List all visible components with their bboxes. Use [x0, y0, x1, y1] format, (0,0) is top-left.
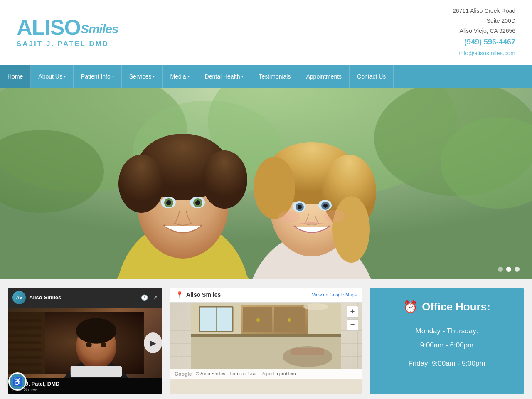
logo-subtitle: SAJIT J. PATEL DMD	[17, 40, 118, 48]
services-dropdown-arrow: ▾	[153, 75, 155, 79]
hours-row-2: Friday: 9:00am - 5:00pm	[380, 357, 513, 371]
svg-rect-62	[191, 334, 341, 337]
hero-dot-2[interactable]	[506, 267, 511, 272]
site-header: ALISOSmiles SAJIT J. PATEL DMD 26711 Ali…	[0, 0, 532, 65]
about-dropdown-arrow: ▾	[64, 75, 66, 79]
nav-home[interactable]: Home	[0, 65, 31, 88]
map-body: + −	[170, 303, 362, 369]
video-image	[8, 308, 144, 378]
nav-dental-health[interactable]: Dental Health▾	[197, 65, 251, 88]
svg-rect-43	[8, 363, 41, 366]
map-image	[170, 303, 362, 369]
hero-dots	[498, 267, 520, 272]
doctor-name: Sajit J. Patel, DMD	[12, 381, 158, 387]
svg-rect-40	[8, 341, 41, 344]
map-copyright: © Aliso Smiles	[196, 371, 225, 377]
play-button[interactable]: ▶	[144, 332, 162, 353]
contact-info: 26711 Aliso Creek Road Suite 200D Aliso …	[453, 6, 515, 59]
phone-number[interactable]: (949) 596-4467	[453, 36, 515, 49]
svg-point-26	[332, 196, 370, 263]
svg-rect-64	[291, 348, 324, 355]
hero-dot-3[interactable]	[515, 267, 520, 272]
office-hours-card: ⏰ Office Hours: Monday - Thursday: 9:00a…	[370, 288, 524, 394]
nav-media[interactable]: Media▾	[163, 65, 197, 88]
svg-rect-39	[8, 334, 41, 337]
svg-point-47	[76, 318, 116, 344]
map-zoom-out-button[interactable]: −	[347, 319, 358, 331]
map-pin-icon: 📍	[175, 291, 184, 299]
svg-point-33	[278, 211, 299, 223]
nav-testimonials[interactable]: Testimonials	[251, 65, 298, 88]
address-line1: 26711 Aliso Creek Road	[453, 6, 515, 16]
svg-point-49	[101, 342, 106, 347]
svg-rect-37	[8, 319, 41, 322]
svg-point-13	[202, 150, 247, 209]
svg-rect-60	[288, 318, 291, 322]
svg-point-18	[166, 200, 171, 205]
nav-appointments[interactable]: Appointments	[298, 65, 350, 88]
hero-banner	[0, 88, 532, 279]
map-header-left: 📍 Aliso Smiles	[175, 291, 221, 299]
map-title: Aliso Smiles	[186, 291, 221, 298]
svg-rect-42	[8, 356, 41, 359]
map-report[interactable]: Report a problem	[261, 371, 296, 377]
svg-point-31	[298, 205, 302, 209]
clock-icon: 🕐	[141, 294, 148, 301]
video-top-bar: AS Aliso Smiles 🕐 ↗	[8, 288, 162, 308]
address-line2: Suite 200D	[453, 16, 515, 26]
video-info-bar: Sajit J. Patel, DMD Aliso Smiles	[8, 378, 162, 394]
nav-patient-info[interactable]: Patient Info▾	[74, 65, 122, 88]
patient-dropdown-arrow: ▾	[112, 75, 114, 79]
map-zoom-in-button[interactable]: +	[347, 306, 358, 318]
svg-point-32	[323, 204, 328, 208]
address-line3: Aliso Viejo, CA 92656	[453, 26, 515, 36]
svg-point-34	[324, 210, 345, 222]
video-channel-name: Aliso Smiles	[29, 294, 138, 300]
email-address[interactable]: info@alisosmiles.com	[453, 49, 515, 59]
nav-contact[interactable]: Contact Us	[350, 65, 394, 88]
bottom-section: AS Aliso Smiles 🕐 ↗	[0, 279, 532, 399]
hours-title: ⏰ Office Hours:	[380, 300, 513, 314]
main-nav: Home About Us▾ Patient Info▾ Services▾ M…	[0, 65, 532, 88]
map-side-controls: + −	[347, 306, 358, 331]
map-header: 📍 Aliso Smiles View on Google Maps ⛶	[170, 288, 362, 303]
map-card: 📍 Aliso Smiles View on Google Maps ⛶	[170, 288, 362, 394]
svg-point-61	[303, 303, 328, 310]
svg-point-19	[195, 200, 200, 205]
hero-image	[0, 88, 532, 279]
svg-rect-44	[8, 370, 41, 373]
nav-about[interactable]: About Us▾	[31, 65, 74, 88]
dental-dropdown-arrow: ▾	[241, 75, 243, 79]
video-preview: ▶	[8, 308, 162, 378]
accessibility-button[interactable]: ♿	[8, 372, 27, 391]
map-terms[interactable]: Terms of Use	[229, 371, 256, 377]
logo-main: ALISOSmiles	[17, 17, 118, 38]
share-icon[interactable]: ↗	[153, 294, 158, 301]
svg-rect-41	[8, 348, 41, 351]
hours-row-1: Monday - Thursday: 9:00am - 6:00pm	[380, 324, 513, 352]
media-dropdown-arrow: ▾	[188, 75, 190, 79]
hero-dot-1[interactable]	[498, 267, 503, 272]
accessibility-icon: ♿	[12, 377, 23, 387]
logo-area: ALISOSmiles SAJIT J. PATEL DMD	[17, 17, 118, 48]
video-avatar: AS	[12, 291, 26, 304]
svg-point-48	[86, 342, 92, 347]
svg-point-12	[118, 155, 164, 213]
svg-rect-38	[8, 326, 41, 329]
svg-rect-50	[71, 366, 122, 377]
nav-services[interactable]: Services▾	[122, 65, 163, 88]
map-view-link[interactable]: View on Google Maps	[312, 292, 357, 297]
svg-point-25	[254, 157, 295, 219]
video-card: AS Aliso Smiles 🕐 ↗	[8, 288, 162, 394]
map-footer: Google © Aliso Smiles Terms of Use Repor…	[170, 369, 362, 379]
google-logo: Google	[175, 371, 192, 377]
clinic-name-video: Aliso Smiles	[12, 387, 158, 392]
video-icons: 🕐 ↗	[141, 294, 158, 301]
clock-icon: ⏰	[403, 300, 418, 314]
svg-rect-59	[256, 318, 260, 322]
